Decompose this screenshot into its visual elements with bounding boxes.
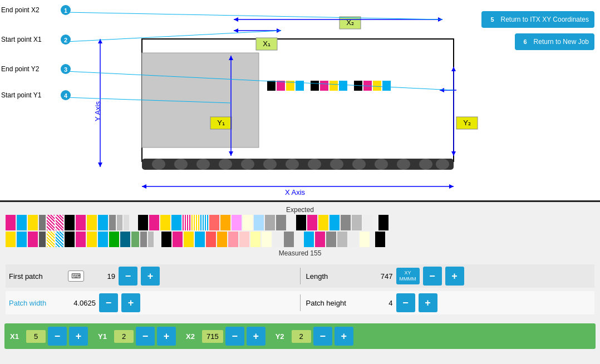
y1-coord-value: 2	[114, 330, 134, 343]
svg-text:End point Y2: End point Y2	[1, 65, 40, 73]
coord-row: X1 5 − + Y1 2 − + X2 715 − + Y2 2 − +	[4, 323, 596, 349]
svg-point-22	[286, 159, 299, 170]
svg-rect-10	[339, 81, 347, 91]
x1-coord-label: X1	[10, 332, 24, 341]
first-patch-value: 19	[87, 272, 115, 281]
svg-point-27	[397, 159, 410, 170]
color-strips: Expected	[0, 202, 600, 261]
patch-height-plus-btn[interactable]: +	[419, 293, 437, 312]
bottom-panel: Expected	[0, 200, 600, 364]
y1-coord-label: Y1	[98, 332, 112, 341]
svg-point-26	[375, 159, 388, 170]
svg-text:Start point Y1: Start point Y1	[1, 91, 42, 99]
svg-point-16	[152, 159, 165, 170]
svg-rect-14	[382, 81, 391, 91]
patch-width-label: Patch width	[9, 299, 65, 307]
return-itx-btn[interactable]: 5 Return to ITX XY Coordinates	[481, 11, 594, 28]
svg-point-21	[263, 159, 277, 170]
length-section: Length 747 XYMMMM − +	[306, 267, 592, 286]
patch-height-minus-btn[interactable]: −	[396, 293, 415, 312]
diagram-area: X₁ X₂ Y₁ Y₂ Y Axis X	[0, 0, 600, 200]
patch-height-section: Patch height 4 − +	[306, 293, 592, 312]
svg-point-24	[330, 159, 343, 170]
x1-minus-btn[interactable]: −	[48, 327, 67, 346]
controls-area: First patch ⌨ 19 − + Length 747 XYMMMM −…	[0, 261, 600, 321]
svg-text:4: 4	[64, 92, 68, 99]
svg-point-25	[352, 159, 366, 170]
measured-label: Measured 155	[6, 248, 594, 258]
x2-coord-label: X2	[186, 332, 200, 341]
svg-text:X₁: X₁	[263, 40, 271, 48]
svg-point-28	[419, 159, 432, 170]
svg-text:Start point X1: Start point X1	[1, 36, 42, 43]
length-value: 747	[365, 272, 393, 281]
first-patch-minus-btn[interactable]: −	[119, 267, 137, 286]
svg-text:X Axis: X Axis	[285, 188, 306, 196]
svg-rect-7	[311, 81, 319, 91]
svg-point-20	[241, 159, 254, 170]
patch-width-plus-btn[interactable]: +	[121, 293, 140, 312]
patch-width-section: Patch width 4.0625 − +	[9, 293, 294, 312]
svg-text:End point X2: End point X2	[1, 6, 40, 14]
expected-label: Expected	[6, 205, 594, 215]
svg-rect-13	[373, 81, 381, 91]
svg-rect-3	[267, 81, 276, 91]
length-label: Length	[306, 272, 362, 281]
svg-point-19	[219, 159, 232, 170]
return-itx-label: Return to ITX XY Coordinates	[500, 16, 589, 23]
y2-coord-value: 2	[292, 330, 311, 343]
svg-text:Y₁: Y₁	[217, 119, 225, 127]
y2-coord-label: Y2	[276, 332, 289, 341]
return-job-label: Return to New Job	[534, 38, 589, 46]
patch-width-value: 4.0625	[68, 299, 96, 307]
x2-plus-btn[interactable]: +	[247, 327, 265, 346]
return-job-btn[interactable]: 6 Return to New Job	[515, 33, 594, 50]
x2-coord-value: 715	[202, 330, 223, 343]
keyboard-icon[interactable]: ⌨	[68, 270, 84, 282]
y1-plus-btn[interactable]: +	[157, 327, 176, 346]
patch-width-minus-btn[interactable]: −	[99, 293, 118, 312]
svg-rect-6	[296, 81, 304, 91]
length-minus-btn[interactable]: −	[423, 267, 442, 286]
y1-minus-btn[interactable]: −	[136, 327, 155, 346]
svg-rect-4	[277, 81, 285, 91]
expected-row-2	[6, 232, 594, 247]
svg-point-23	[308, 159, 321, 170]
svg-text:1: 1	[64, 7, 67, 14]
xy-btn[interactable]: XYMMMM	[396, 268, 420, 284]
svg-text:3: 3	[64, 66, 67, 73]
svg-rect-9	[329, 81, 338, 91]
x2-minus-btn[interactable]: −	[225, 327, 244, 346]
first-patch-label: First patch	[9, 272, 65, 281]
expected-row-1	[6, 215, 594, 230]
y2-plus-btn[interactable]: +	[335, 327, 353, 346]
svg-rect-8	[320, 81, 328, 91]
svg-text:Y₂: Y₂	[463, 119, 471, 127]
length-plus-btn[interactable]: +	[445, 267, 464, 286]
svg-point-17	[174, 159, 188, 170]
svg-point-18	[196, 159, 210, 170]
y2-minus-btn[interactable]: −	[313, 327, 332, 346]
svg-rect-2	[142, 53, 259, 147]
first-patch-plus-btn[interactable]: +	[141, 267, 160, 286]
svg-text:2: 2	[64, 37, 67, 43]
patch-height-label: Patch height	[306, 299, 362, 307]
badge-5: 5	[487, 14, 497, 24]
x1-coord-value: 5	[26, 330, 46, 343]
svg-point-29	[436, 159, 449, 170]
patch-height-value: 4	[365, 299, 393, 307]
first-patch-section: First patch ⌨ 19 − +	[9, 267, 294, 286]
badge-6: 6	[520, 37, 530, 47]
x1-plus-btn[interactable]: +	[69, 327, 88, 346]
